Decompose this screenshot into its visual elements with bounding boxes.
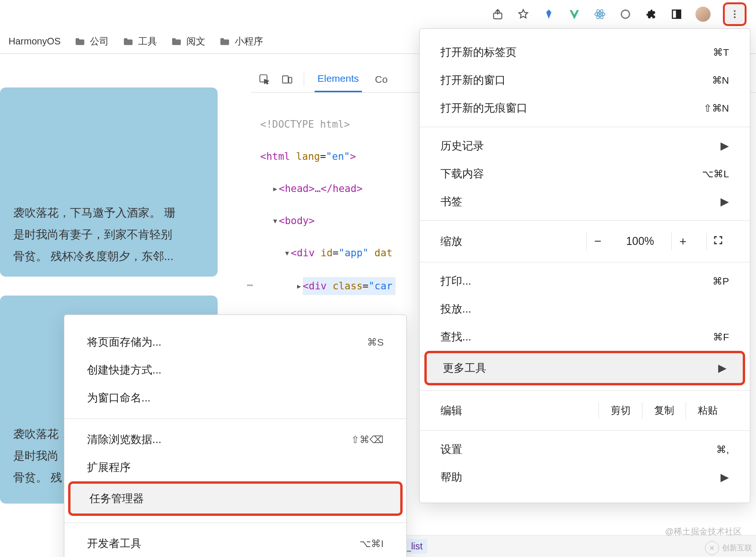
menu-label: 历史记录 [440, 139, 484, 153]
shortcut: ⌘S [367, 337, 384, 348]
zoom-in-button[interactable]: + [671, 232, 694, 251]
inspect-icon[interactable] [258, 73, 271, 86]
src-tag: <div [303, 280, 333, 292]
svg-point-9 [734, 13, 736, 15]
share-icon[interactable] [491, 8, 504, 21]
menu-incognito[interactable]: 打开新的无痕窗口⇧⌘N [420, 94, 750, 122]
submenu-task-manager[interactable]: 任务管理器 [68, 481, 403, 516]
divider [304, 73, 304, 86]
menu-label: 更多工具 [443, 361, 486, 375]
shortcut: ⌘, [716, 444, 729, 455]
divider [64, 522, 406, 523]
bookmark-label: 小程序 [235, 35, 263, 48]
tab-console[interactable]: Co [372, 67, 391, 92]
bookmark-item[interactable]: HarmonyOS [9, 36, 61, 47]
menu-history[interactable]: 历史记录▶ [420, 132, 750, 160]
menu-label: 为窗口命名... [87, 391, 150, 405]
divider [420, 127, 750, 127]
menu-label: 投放... [440, 302, 471, 316]
submenu-extensions[interactable]: 扩展程序 [64, 453, 406, 481]
menu-label: 扩展程序 [87, 460, 131, 475]
watermark-logo: ✕创新互联 [705, 541, 752, 555]
edit-paste[interactable]: 粘贴 [686, 402, 729, 419]
shortcut: ⇧⌘N [703, 103, 729, 114]
menu-bookmarks[interactable]: 书签▶ [420, 188, 750, 216]
menu-label: 编辑 [440, 403, 462, 418]
card-text: 袭吹落花，下马邀予入酒家。 珊 是时我尚有妻子，到家不肯轻别 骨贫。 残杯冷炙度… [13, 202, 176, 267]
menu-label: 将页面存储为... [87, 335, 161, 349]
src-val: "en" [326, 151, 350, 162]
bookmark-folder[interactable]: 工具 [123, 35, 157, 48]
menu-label: 打印... [440, 274, 471, 288]
zoom-out-button[interactable]: − [586, 232, 609, 251]
menu-label: 打开新的标签页 [440, 45, 517, 60]
svg-rect-13 [289, 77, 292, 83]
diamond-icon[interactable] [542, 8, 555, 21]
star-icon[interactable] [517, 8, 530, 21]
submenu-create-shortcut[interactable]: 创建快捷方式... [64, 356, 406, 384]
avatar[interactable] [695, 7, 711, 22]
menu-new-window[interactable]: 打开新的窗口⌘N [420, 66, 750, 94]
shortcut: ⌘F [713, 331, 729, 343]
src-attr: id [321, 247, 333, 259]
device-icon[interactable] [281, 73, 293, 86]
bookmark-label: 公司 [90, 35, 109, 48]
menu-zoom: 缩放 − 100% + [420, 226, 750, 257]
menu-label: 清除浏览数据... [87, 432, 161, 447]
divider [420, 390, 750, 391]
menu-help[interactable]: 帮助▶ [420, 463, 750, 491]
shortcut: ⌘T [713, 47, 729, 58]
bookmark-folder[interactable]: 小程序 [220, 35, 263, 48]
menu-new-tab[interactable]: 打开新的标签页⌘T [420, 38, 750, 66]
logo-icon: ✕ [705, 541, 719, 555]
src-val: "app" [339, 247, 369, 259]
shortcut: ⌘N [712, 75, 729, 86]
menu-label: 下载内容 [440, 166, 484, 181]
circle-icon[interactable] [619, 8, 632, 21]
shortcut: ⇧⌘⌫ [351, 434, 384, 445]
menu-settings[interactable]: 设置⌘, [420, 435, 750, 463]
folder-icon [75, 37, 85, 46]
bookmark-folder[interactable]: 阅文 [171, 35, 205, 48]
svg-point-8 [734, 10, 736, 12]
folder-icon [220, 37, 230, 46]
menu-label: 书签 [440, 194, 462, 209]
submenu-name-window[interactable]: 为窗口命名... [64, 384, 406, 412]
edit-cut[interactable]: 剪切 [598, 402, 642, 419]
src-tag: <body> [279, 215, 315, 226]
vue-icon[interactable] [568, 8, 581, 21]
src-attr: dat [369, 247, 393, 259]
menu-label: 设置 [440, 442, 462, 457]
src-tag: <div [291, 247, 321, 259]
window-icon[interactable] [670, 8, 683, 21]
tab-elements[interactable]: Elements [315, 66, 362, 92]
fullscreen-button[interactable] [706, 233, 729, 250]
bookmark-folder[interactable]: 公司 [75, 35, 109, 48]
menu-more-tools[interactable]: 更多工具▶ [424, 351, 745, 385]
src-val: "car [369, 280, 393, 292]
menu-print[interactable]: 打印...⌘P [420, 267, 750, 295]
menu-cast[interactable]: 投放... [420, 295, 750, 323]
kebab-menu-button[interactable] [723, 2, 747, 26]
divider [64, 418, 406, 419]
src-tag: <html [260, 151, 296, 162]
submenu-save-as[interactable]: 将页面存储为...⌘S [64, 328, 406, 356]
folder-icon [123, 37, 133, 46]
react-icon[interactable] [593, 8, 607, 21]
ellipsis-icon[interactable]: ⋯ [247, 277, 253, 293]
menu-downloads[interactable]: 下载内容⌥⌘L [420, 160, 750, 188]
puzzle-icon[interactable] [644, 8, 658, 21]
src-attr: class [333, 280, 362, 292]
more-tools-submenu: 将页面存储为...⌘S 创建快捷方式... 为窗口命名... 清除浏览数据...… [64, 314, 407, 557]
menu-label: 缩放 [440, 234, 462, 249]
submenu-clear-data[interactable]: 清除浏览数据...⇧⌘⌫ [64, 426, 406, 453]
divider [420, 262, 750, 262]
svg-point-5 [621, 10, 629, 18]
chevron-right-icon: ▶ [721, 139, 729, 152]
edit-copy[interactable]: 复制 [642, 402, 686, 419]
src-tag: > [350, 151, 356, 162]
svg-point-4 [599, 13, 600, 15]
menu-edit: 编辑 剪切 复制 粘贴 [420, 395, 750, 426]
submenu-dev-tools[interactable]: 开发者工具⌥⌘I [64, 530, 406, 557]
menu-find[interactable]: 查找...⌘F [420, 323, 750, 351]
